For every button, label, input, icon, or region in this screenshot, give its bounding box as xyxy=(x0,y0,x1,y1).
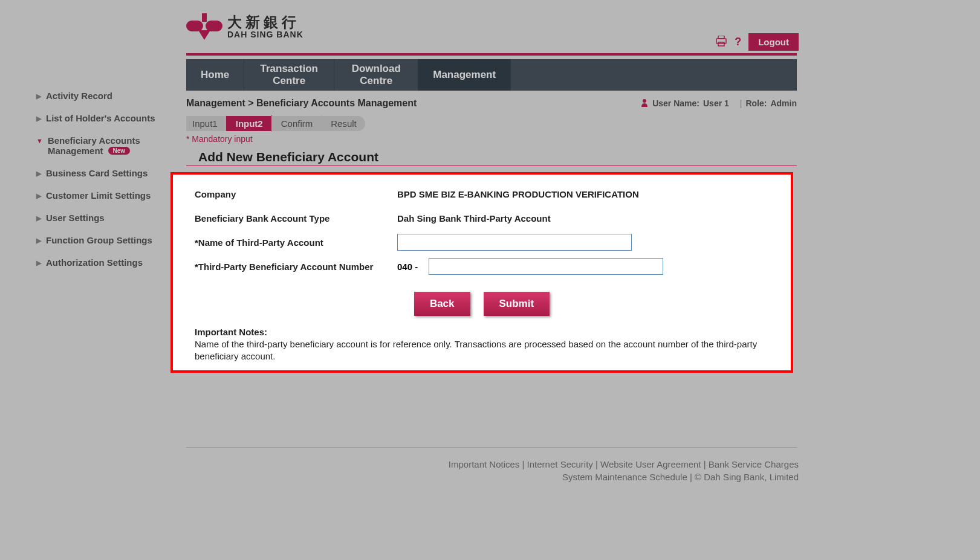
separator: | xyxy=(740,98,742,108)
sidebar-item-holder-accounts[interactable]: ▶List of Holder's Accounts xyxy=(36,107,175,129)
user-info: User Name: User 1 | Role: Admin xyxy=(640,98,797,109)
svg-rect-1 xyxy=(206,21,222,31)
title-underline xyxy=(186,166,797,166)
user-name-label: User Name: xyxy=(652,98,699,108)
help-icon[interactable]: ? xyxy=(735,36,741,48)
sidebar-item-label: Business Card Settings xyxy=(46,168,148,178)
account-number-input[interactable] xyxy=(429,258,663,275)
sidebar-item-label: Authorization Settings xyxy=(46,257,143,268)
svg-rect-5 xyxy=(718,42,724,46)
sidebar-item-business-card[interactable]: ▶Business Card Settings xyxy=(36,162,175,184)
sidebar-item-label: Function Group Settings xyxy=(46,235,152,245)
nav-download[interactable]: Download Centre xyxy=(334,59,418,91)
logo: 大新銀行 DAH SING BANK xyxy=(186,13,303,40)
svg-rect-2 xyxy=(202,13,207,22)
role-label: Role: xyxy=(745,98,767,108)
sidebar-item-label: List of Holder's Accounts xyxy=(46,113,155,123)
footer-maintenance[interactable]: System Maintenance Schedule xyxy=(562,472,687,482)
company-value: BPD SME BIZ E-BANKING PRODUCTION VERIFIC… xyxy=(397,189,639,199)
logo-english: DAH SING BANK xyxy=(227,30,303,39)
arrow-icon: ▶ xyxy=(36,115,41,123)
arrow-icon: ▶ xyxy=(36,170,41,178)
sidebar-item-authorization[interactable]: ▶Authorization Settings xyxy=(36,251,175,274)
step-indicator: Input1 Input2 Confirm Result xyxy=(186,115,365,132)
footer-charges[interactable]: Bank Service Charges xyxy=(709,459,799,469)
svg-rect-0 xyxy=(186,21,203,31)
sidebar-item-customer-limit[interactable]: ▶Customer Limit Settings xyxy=(36,184,175,207)
step-input2: Input2 xyxy=(226,116,271,131)
footer-copyright: © Dah Sing Bank, Limited xyxy=(695,472,799,482)
main-nav: Home Transaction Centre Download Centre … xyxy=(186,59,797,91)
user-name-value: User 1 xyxy=(703,98,729,108)
footer-divider xyxy=(186,447,797,448)
svg-point-6 xyxy=(643,99,646,103)
sidebar-item-activity[interactable]: ▶Activity Record xyxy=(36,85,175,107)
logo-chinese: 大新銀行 xyxy=(227,14,303,30)
account-number-label: *Third-Party Beneficiary Account Number xyxy=(195,262,397,272)
form-panel: Company BPD SME BIZ E-BANKING PRODUCTION… xyxy=(170,172,793,373)
sidebar-item-label: Customer Limit Settings xyxy=(46,190,151,201)
account-prefix: 040 - xyxy=(397,262,418,272)
mandatory-note: * Mandatory input xyxy=(186,134,253,144)
accent-bar xyxy=(186,53,797,56)
sidebar-item-label: Activity Record xyxy=(46,91,112,101)
nav-transaction[interactable]: Transaction Centre xyxy=(244,59,334,91)
arrow-icon: ▶ xyxy=(36,237,41,245)
page-title: Add New Beneficiary Account xyxy=(198,150,378,164)
account-type-label: Beneficiary Bank Account Type xyxy=(195,213,397,224)
third-party-name-label: *Name of Third-Party Account xyxy=(195,237,397,248)
user-icon xyxy=(640,98,649,109)
nav-management[interactable]: Management xyxy=(418,59,511,91)
notes-body: Name of the third-party beneficiary acco… xyxy=(195,338,769,363)
company-label: Company xyxy=(195,189,397,199)
sidebar-item-beneficiary[interactable]: ▼ Beneficiary Accounts ManagementNew xyxy=(36,129,175,162)
notes-title: Important Notes: xyxy=(195,327,769,337)
step-confirm: Confirm xyxy=(271,116,322,131)
sidebar-item-label: Beneficiary Accounts xyxy=(48,135,140,146)
account-type-value: Dah Sing Bank Third-Party Account xyxy=(397,213,551,224)
nav-home[interactable]: Home xyxy=(186,59,244,91)
step-input1: Input1 xyxy=(186,116,226,131)
footer-agreement[interactable]: Website User Agreement xyxy=(600,459,701,469)
footer-security[interactable]: Internet Security xyxy=(527,459,593,469)
step-result: Result xyxy=(321,116,365,131)
breadcrumb: Management > Beneficiary Accounts Manage… xyxy=(186,98,417,109)
footer-links: Important Notices | Internet Security | … xyxy=(449,458,799,483)
logout-button[interactable]: Logout xyxy=(748,33,799,51)
sidebar-item-label: User Settings xyxy=(46,213,105,223)
sidebar: ▶Activity Record ▶List of Holder's Accou… xyxy=(36,85,175,274)
new-badge: New xyxy=(108,147,131,155)
arrow-down-icon: ▼ xyxy=(36,137,43,144)
sidebar-item-label: Management xyxy=(48,146,103,156)
arrow-icon: ▶ xyxy=(36,214,41,222)
submit-button[interactable]: Submit xyxy=(484,292,550,316)
back-button[interactable]: Back xyxy=(414,292,470,316)
bank-logo-icon xyxy=(186,13,222,40)
arrow-icon: ▶ xyxy=(36,192,41,200)
sidebar-item-function-group[interactable]: ▶Function Group Settings xyxy=(36,229,175,251)
sidebar-item-user-settings[interactable]: ▶User Settings xyxy=(36,207,175,229)
print-icon[interactable] xyxy=(715,36,727,49)
arrow-icon: ▶ xyxy=(36,259,41,267)
arrow-icon: ▶ xyxy=(36,92,41,100)
footer-notices[interactable]: Important Notices xyxy=(449,459,520,469)
third-party-name-input[interactable] xyxy=(397,234,632,251)
role-value: Admin xyxy=(770,98,797,108)
